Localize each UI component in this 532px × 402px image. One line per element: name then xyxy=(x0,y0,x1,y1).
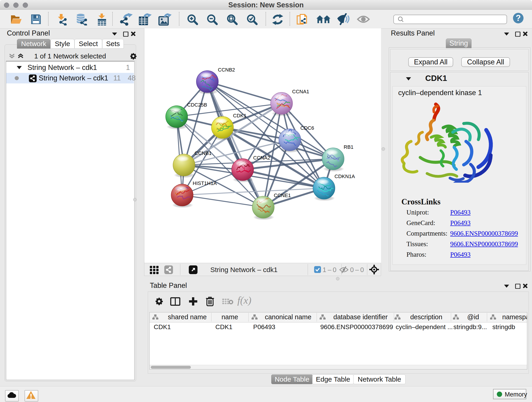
svg-text:CDC6: CDC6 xyxy=(300,125,314,131)
svg-text:CCNE1: CCNE1 xyxy=(274,192,291,198)
svg-text:RB1: RB1 xyxy=(344,144,354,150)
svg-text:?: ? xyxy=(516,13,521,23)
svg-text:CDKN1A: CDKN1A xyxy=(335,173,355,179)
svg-text:HIST1H1A: HIST1H1A xyxy=(193,180,217,186)
svg-text:CCNA1: CCNA1 xyxy=(292,89,309,95)
svg-text:CDC25B: CDC25B xyxy=(187,102,207,108)
svg-text:CCNB1: CCNB1 xyxy=(195,150,212,156)
svg-text:CCNB2: CCNB2 xyxy=(218,67,235,73)
svg-text:CDK1: CDK1 xyxy=(233,113,247,119)
svg-text:CCNA2: CCNA2 xyxy=(253,155,270,161)
